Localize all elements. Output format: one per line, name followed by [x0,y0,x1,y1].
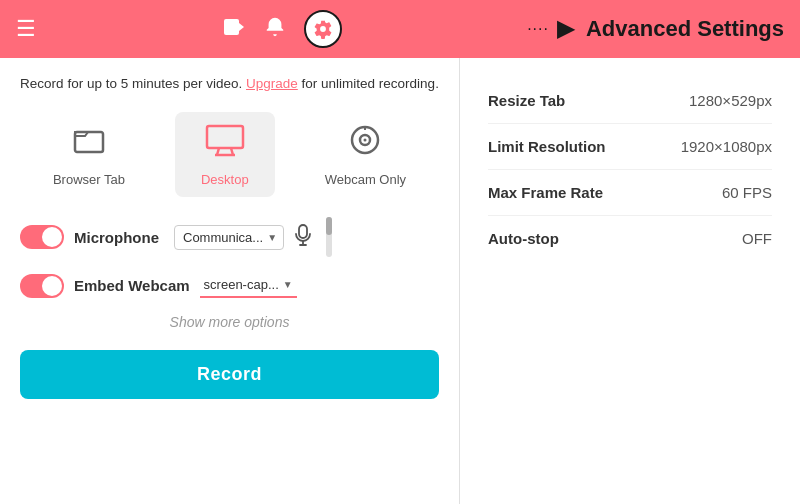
settings-row-resize: Resize Tab 1280×529px [488,78,772,124]
microphone-icon[interactable] [294,224,312,251]
webcam-dropdown-arrow: ▼ [283,279,293,290]
mode-selector: Browser Tab Desktop [20,112,439,197]
embed-webcam-label: Embed Webcam [74,277,190,294]
svg-rect-3 [207,126,243,148]
settings-row-framerate: Max Frame Rate 60 FPS [488,170,772,216]
record-button[interactable]: Record [20,350,439,399]
header-left: ☰ ···· ▶ Advanced [16,10,784,48]
show-more-options[interactable]: Show more options [20,314,439,330]
advanced-settings-title: Advanced Settings [586,16,784,42]
mic-dropdown-arrow: ▼ [267,232,277,243]
left-panel: Record for up to 5 minutes per video. Up… [0,58,460,504]
settings-row-resolution: Limit Resolution 1920×1080px [488,124,772,170]
svg-rect-11 [299,225,307,238]
mode-webcam-only[interactable]: Webcam Only [309,112,422,197]
video-icon[interactable] [222,15,246,44]
scrollbar-thumb [326,217,332,235]
desktop-icon [205,122,245,166]
webcam-icon [347,122,383,166]
limit-resolution-value: 1920×1080px [681,138,772,155]
webcam-only-label: Webcam Only [325,172,406,187]
resize-tab-key: Resize Tab [488,92,565,109]
desktop-label: Desktop [201,172,249,187]
mode-browser-tab[interactable]: Browser Tab [37,112,141,197]
embed-webcam-toggle[interactable] [20,274,64,298]
browser-tab-label: Browser Tab [53,172,125,187]
svg-marker-1 [239,23,244,31]
limit-resolution-key: Limit Resolution [488,138,606,155]
svg-rect-0 [224,19,239,35]
mode-desktop[interactable]: Desktop [175,112,275,197]
header-icons [54,10,509,48]
gear-icon-wrapper[interactable] [304,10,342,48]
embed-webcam-row: Embed Webcam screen-cap... ▼ [20,273,439,298]
embed-webcam-dropdown[interactable]: screen-cap... ▼ [200,273,297,298]
arrow-section: ···· ▶ Advanced Settings [527,16,784,42]
max-framerate-key: Max Frame Rate [488,184,603,201]
right-panel: Resize Tab 1280×529px Limit Resolution 1… [460,58,800,504]
hamburger-icon[interactable]: ☰ [16,16,36,42]
scrollbar-track[interactable] [326,217,332,257]
microphone-toggle[interactable] [20,225,64,249]
autostop-key: Auto-stop [488,230,559,247]
resize-tab-value: 1280×529px [689,92,772,109]
browser-tab-icon [71,122,107,166]
upgrade-link[interactable]: Upgrade [246,76,298,91]
microphone-dropdown[interactable]: Communica... ▼ [174,225,284,250]
microphone-row: Microphone Communica... ▼ [20,217,439,257]
svg-point-9 [364,139,367,142]
settings-row-autostop: Auto-stop OFF [488,216,772,261]
main-content: Record for up to 5 minutes per video. Up… [0,58,800,504]
record-info: Record for up to 5 minutes per video. Up… [20,74,439,94]
max-framerate-value: 60 FPS [722,184,772,201]
header: ☰ ···· ▶ Advanced [0,0,800,58]
autostop-value: OFF [742,230,772,247]
microphone-label: Microphone [74,229,164,246]
bell-icon[interactable] [264,16,286,43]
